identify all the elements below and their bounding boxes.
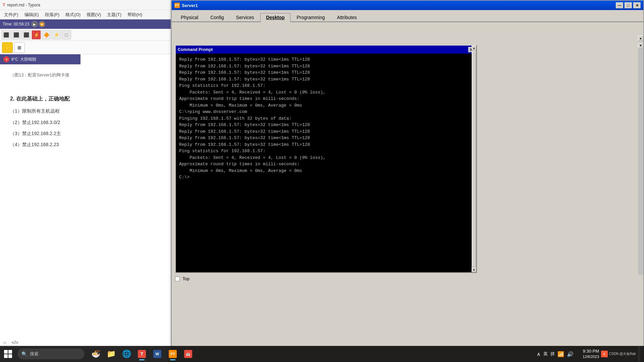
scroll-down-button[interactable]: ▼: [472, 267, 476, 272]
fast-forward-button[interactable]: ⏩: [39, 21, 45, 27]
pt-scrollbar[interactable]: ▲ ▼: [638, 36, 643, 275]
toolbar-btn-1[interactable]: ⬛: [1, 30, 11, 40]
close-button[interactable]: ✕: [633, 2, 641, 8]
system-tray: ∧ 英 拼 📶 🔊: [537, 351, 574, 357]
cisco-pt-icon: PT: [169, 350, 177, 358]
cmd-line: Packets: Sent = 4, Received = 4, Lost = …: [179, 155, 473, 161]
cmd-window: Command Prompt X Reply from 192.168.1.57…: [175, 45, 477, 273]
toolbar-btn-4[interactable]: ⚡: [32, 30, 41, 40]
cmd-line: Reply from 192.168.1.57: bytes=32 time<1…: [179, 128, 473, 135]
tab-services[interactable]: Services: [230, 13, 260, 21]
toolbar-btn-5[interactable]: 🔶: [42, 30, 51, 40]
toolbar-btn-2[interactable]: ⬛: [11, 30, 21, 40]
pt-titlebar: PT Server1 — □ ✕: [172, 1, 643, 10]
taskbar-clock[interactable]: 9:30 PM 12/8/2023: [576, 348, 599, 360]
csdn-icon: C: [601, 351, 608, 357]
code-icon: </>: [11, 340, 18, 345]
start-button[interactable]: [0, 346, 16, 362]
wps-icon: W: [153, 350, 161, 358]
tab-desktop[interactable]: Desktop: [260, 13, 290, 22]
cmd-line: Reply from 192.168.1.57: bytes=32 time<1…: [179, 56, 473, 63]
toolbar-btn-6[interactable]: ⚡: [52, 30, 61, 40]
weather-desc: 大部晴朗: [20, 57, 36, 62]
csdn-text: CSDN @大兔Rabbit: [609, 352, 636, 356]
menu-paragraph[interactable]: 段落(P): [42, 11, 62, 18]
taskbar-tray-area: ∧ 英 拼 📶 🔊 9:30 PM 12/8/2023 C CSDN @大兔Ra…: [533, 346, 644, 362]
volume-icon[interactable]: 🔊: [567, 351, 574, 357]
app-icon-edge[interactable]: 🌐: [119, 347, 133, 361]
search-text: 搜索: [30, 351, 39, 357]
typora-titlebar: T report.md - Typora: [0, 0, 171, 10]
cmd-line: Packets: Sent = 4, Received = 4, Lost = …: [179, 89, 473, 96]
typora-title: report.md - Typora: [7, 3, 40, 7]
cmd-line: Ping statistics for 192.168.1.57:: [179, 82, 473, 89]
app-icon-typora[interactable]: T: [135, 347, 149, 361]
app-icon-calendar[interactable]: 📅: [181, 347, 195, 361]
grid-icon[interactable]: ⊞: [14, 42, 25, 53]
list-item-3: （3）禁止192.168.2.2主: [10, 129, 161, 138]
menu-format[interactable]: 格式(O): [63, 11, 83, 18]
clock-date: 12/8/2023: [576, 354, 599, 359]
scrollbar-thumb[interactable]: [472, 51, 476, 267]
toolbar-row1: ⬛ ⬛ ⬛ ⚡ 🔶 ⚡ □: [0, 29, 171, 41]
play-button[interactable]: ▶: [32, 21, 38, 27]
pt-tabs: Physical Config Services Desktop Program…: [172, 10, 643, 22]
cmd-line: Approximate round trip times in milli-se…: [179, 96, 473, 102]
tab-physical[interactable]: Physical: [175, 13, 204, 21]
top-checkbox-area: Top: [175, 276, 190, 281]
list-item-1: （1）限制所有主机远程: [10, 107, 161, 115]
pt-scroll-up[interactable]: ▲: [638, 36, 643, 41]
time-bar: Time: 00:56:23 ▶ ⏩: [0, 19, 171, 29]
tab-config[interactable]: Config: [205, 13, 229, 21]
maximize-button[interactable]: □: [625, 2, 632, 8]
app-icon-wps[interactable]: W: [150, 347, 164, 361]
weather-bar: ☀ 8°C 大部晴朗: [0, 54, 80, 64]
list-item-4: （4）禁止192.168.2.23: [10, 140, 161, 149]
cmd-line: Pinging 192.168.1.57 with 32 bytes of da…: [179, 115, 473, 122]
scroll-up-button[interactable]: ▲: [472, 46, 476, 50]
app-icon-files[interactable]: 📁: [104, 347, 118, 361]
menu-theme[interactable]: 主题(T): [104, 11, 124, 18]
taskbar-app-icons: 🍜 📁 🌐 T W PT 📅: [89, 347, 195, 361]
lang-cn[interactable]: 拼: [550, 351, 555, 357]
lang-en[interactable]: 英: [543, 351, 548, 357]
tab-attributes[interactable]: Attributes: [331, 13, 363, 21]
cmd-line: Reply from 192.168.1.57: bytes=32 time<1…: [179, 135, 473, 141]
taskbar-search[interactable]: 🔍 搜索: [17, 349, 85, 359]
toolbar-btn-7[interactable]: □: [62, 30, 71, 40]
pt-app-icon: PT: [174, 3, 180, 8]
cmd-title: Command Prompt: [178, 47, 213, 52]
cmd-line: Reply from 192.168.1.57: bytes=32 time<1…: [179, 69, 473, 76]
circle-icon: ○: [3, 340, 6, 345]
top-checkbox[interactable]: [175, 277, 180, 281]
food-icon: 🍜: [91, 350, 100, 358]
cmd-scrollbar[interactable]: ▲ ▼: [472, 46, 476, 272]
expand-tray-icon[interactable]: ∧: [537, 351, 541, 357]
list-item-2: （2）禁止192.168.3.0/2: [10, 118, 161, 127]
app-icon-food[interactable]: 🍜: [89, 347, 103, 361]
menu-file[interactable]: 文件(F): [1, 11, 21, 18]
pt-window-controls: — □ ✕: [616, 2, 641, 8]
show-desktop-button[interactable]: [638, 346, 640, 362]
editor-status: ○ </>: [3, 340, 18, 345]
lightning-icon[interactable]: ⚡: [2, 42, 13, 53]
calendar-icon: 📅: [184, 350, 192, 358]
windows-logo-icon: [4, 350, 12, 358]
menu-help[interactable]: 帮助(H): [125, 11, 145, 18]
wifi-icon[interactable]: 📶: [557, 351, 564, 357]
edge-icon: 🌐: [122, 350, 131, 358]
pt-scroll-down[interactable]: ▼: [638, 43, 643, 48]
cmd-output: Reply from 192.168.1.57: bytes=32 time<1…: [176, 54, 476, 272]
cmd-titlebar: Command Prompt X: [176, 46, 476, 54]
typora-icon: T: [3, 3, 5, 7]
menu-edit[interactable]: 编辑(E): [22, 11, 42, 18]
cmd-line: Ping statistics for 192.168.1.57:: [179, 148, 473, 155]
toolbar-row2: ⚡ ⊞: [0, 41, 171, 54]
menu-view[interactable]: 视图(V): [84, 11, 104, 18]
pt-scrollbar-thumb[interactable]: [639, 42, 643, 42]
toolbar-btn-3[interactable]: ⬛: [21, 30, 31, 40]
typora-content: （图13：配置Server1的网卡接 2. 在此基础上，正确地配 （1）限制所有…: [0, 64, 171, 158]
app-icon-cisco-pt[interactable]: PT: [166, 347, 180, 361]
minimize-button[interactable]: —: [616, 2, 623, 8]
tab-programming[interactable]: Programming: [291, 13, 331, 21]
